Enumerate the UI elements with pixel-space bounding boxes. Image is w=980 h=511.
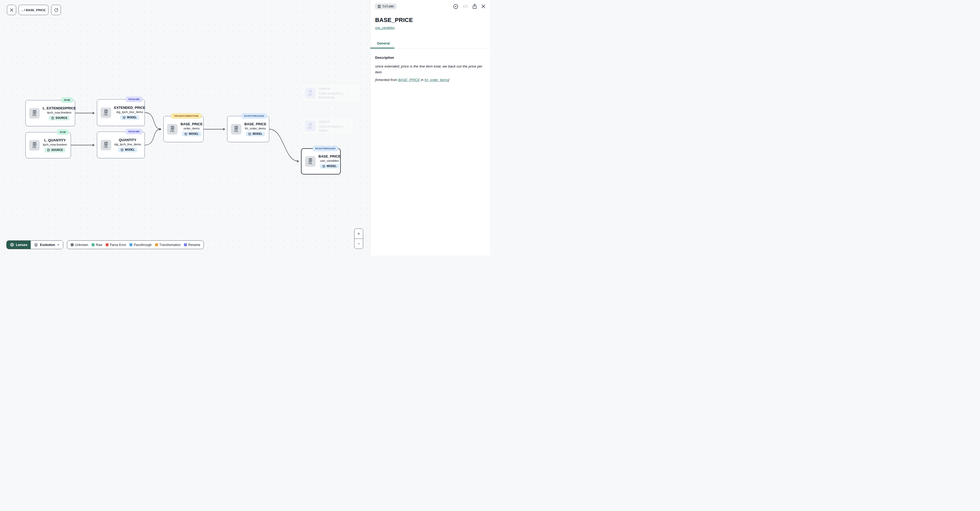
lineage-canvas[interactable]: .. / BASE_PRICE RAW COL L_EXTENDEDPRICE … xyxy=(0,0,370,256)
column-icon xyxy=(377,5,381,8)
ghost-node-used-in-marketing[interactable]: PRJ Used In Data Analytics | Marketing xyxy=(301,84,361,102)
lenses-button[interactable]: Lenses xyxy=(6,241,31,249)
compass-icon xyxy=(453,4,458,9)
node-base-price-fct-order-items[interactable]: PASSTHROUGH COL BASE_PRICE fct_order_ite… xyxy=(227,116,269,142)
node-kind-label: COL xyxy=(170,130,175,132)
column-icon xyxy=(33,110,37,114)
node-type-label: SOURCE xyxy=(56,116,67,119)
explore-button[interactable] xyxy=(453,4,458,9)
node-type-pill: MODEL xyxy=(246,132,265,136)
project-icon xyxy=(309,123,312,127)
panel-title: BASE_PRICE xyxy=(375,17,485,24)
column-kind-chip: COL xyxy=(100,140,111,150)
status-badge: RENAME xyxy=(126,97,142,102)
close-icon xyxy=(481,4,485,8)
project-kind-chip: PRJ xyxy=(305,88,315,99)
lenses-control: Lenses Evolution xyxy=(6,240,63,249)
node-quantity[interactable]: RENAME COL QUANTITY stg_tpch_line_items … xyxy=(97,132,145,158)
share-button[interactable] xyxy=(472,4,477,9)
tab-general[interactable]: General xyxy=(370,39,395,48)
lens-mode-dropdown[interactable]: Evolution xyxy=(31,241,63,249)
used-in-name: Data Analytics | Sales xyxy=(319,124,350,132)
close-graph-button[interactable] xyxy=(7,5,16,15)
node-type-label: SOURCE xyxy=(51,148,63,151)
node-title: BASE_PRICE xyxy=(318,154,340,158)
node-type-pill: SOURCE xyxy=(49,116,70,121)
layers-icon xyxy=(34,243,38,247)
inherited-column-link[interactable]: BASE_PRICE xyxy=(398,78,420,82)
node-type-pill: MODEL xyxy=(118,148,137,152)
inherited-model-link[interactable]: fct_order_items xyxy=(424,78,448,82)
legend-swatch xyxy=(129,243,132,246)
node-kind-label: COL xyxy=(308,162,312,165)
legend-swatch xyxy=(106,243,108,246)
close-icon xyxy=(10,8,13,12)
used-in-name: Data Analytics | Marketing xyxy=(319,91,357,99)
status-badge: RAW xyxy=(61,97,73,103)
refresh-icon xyxy=(54,8,58,12)
node-subtitle: tpch_now.lineitem xyxy=(43,143,67,146)
node-extended-price[interactable]: RENAME COL EXTENDED_PRICE stg_tpch_line_… xyxy=(97,99,145,126)
node-base-price-use-variables[interactable]: PASSTHROUGH COL BASE_PRICE use_variables… xyxy=(301,148,341,175)
legend-item-passthrough: Passthrough xyxy=(129,243,151,247)
model-cube-icon xyxy=(184,132,188,135)
status-badge: RAW xyxy=(57,129,68,135)
node-title: L_QUANTITY xyxy=(44,138,66,142)
legend-item-raw: Raw xyxy=(92,243,102,247)
node-kind-label: COL xyxy=(32,114,37,116)
description-label: Description xyxy=(375,56,485,60)
aperture-icon xyxy=(10,243,14,247)
legend-item-transformation: Transformation xyxy=(155,243,181,247)
column-icon xyxy=(33,142,37,146)
zoom-out-button[interactable]: − xyxy=(355,239,363,248)
column-icon xyxy=(170,126,175,130)
database-icon xyxy=(51,116,54,120)
column-kind-chip: COL xyxy=(29,140,40,151)
details-panel-header: Column xyxy=(370,0,490,12)
node-base-price-order-items[interactable]: TRANSFORMATION COL BASE_PRICE order_item… xyxy=(163,116,204,142)
status-badge: RENAME xyxy=(126,129,142,134)
column-icon xyxy=(309,158,312,162)
column-kind-chip: COL xyxy=(29,108,40,119)
node-l-quantity[interactable]: RAW COL L_QUANTITY tpch_now.lineitem SOU… xyxy=(25,132,71,158)
node-title: BASE_PRICE xyxy=(244,122,266,126)
used-in-label: Used In xyxy=(319,87,357,91)
node-type-label: MODEL xyxy=(127,116,137,119)
legend-swatch xyxy=(92,243,94,246)
node-title: L_EXTENDEDPRICE xyxy=(43,106,76,110)
breadcrumb[interactable]: .. / BASE_PRICE xyxy=(19,5,48,15)
description-text: since extended_price is the line item to… xyxy=(375,64,485,75)
view-code-button[interactable] xyxy=(463,4,468,8)
column-kind-chip: COL xyxy=(305,156,315,167)
node-title: BASE_PRICE xyxy=(181,122,202,126)
node-subtitle: fct_order_items xyxy=(245,127,266,130)
close-panel-button[interactable] xyxy=(481,4,485,8)
node-type-label: MODEL xyxy=(189,132,199,135)
status-badge: TRANSFORMATION xyxy=(171,113,201,119)
ghost-node-used-in-sales[interactable]: PRJ Used In Data Analytics | Sales xyxy=(301,117,353,135)
lenses-label: Lenses xyxy=(16,243,27,247)
node-title: QUANTITY xyxy=(119,138,136,142)
breadcrumb-label: .. / BASE_PRICE xyxy=(21,8,46,12)
share-icon xyxy=(472,4,477,9)
model-cube-icon xyxy=(248,132,251,135)
refresh-button[interactable] xyxy=(51,5,61,15)
canvas-bottom-bar: Lenses Evolution Unknown Raw Parse E xyxy=(6,240,204,249)
node-subtitle: stg_tpch_line_items xyxy=(114,143,141,146)
code-icon xyxy=(463,4,468,8)
column-icon xyxy=(104,142,108,146)
node-title: EXTENDED_PRICE xyxy=(114,106,145,110)
status-badge: PASSTHROUGH xyxy=(242,113,267,119)
column-kind-chip: COL xyxy=(231,124,242,134)
node-subtitle: stg_tpch_line_items xyxy=(116,110,143,114)
inherited-note: [Inherited from BASE_PRICE in fct_order_… xyxy=(375,78,485,82)
model-cube-icon xyxy=(121,148,124,151)
chevron-down-icon xyxy=(57,243,60,246)
node-kind-label: COL xyxy=(104,146,108,148)
node-l-extendedprice[interactable]: RAW COL L_EXTENDEDPRICE tpch_now.lineite… xyxy=(25,100,75,126)
column-icon xyxy=(104,109,108,113)
zoom-in-button[interactable]: + xyxy=(355,229,363,239)
lens-mode-label: Evolution xyxy=(40,243,55,247)
lens-legend: Unknown Raw Parse Error Passthrough Tran… xyxy=(67,240,204,249)
model-link[interactable]: use_variables xyxy=(375,26,395,30)
